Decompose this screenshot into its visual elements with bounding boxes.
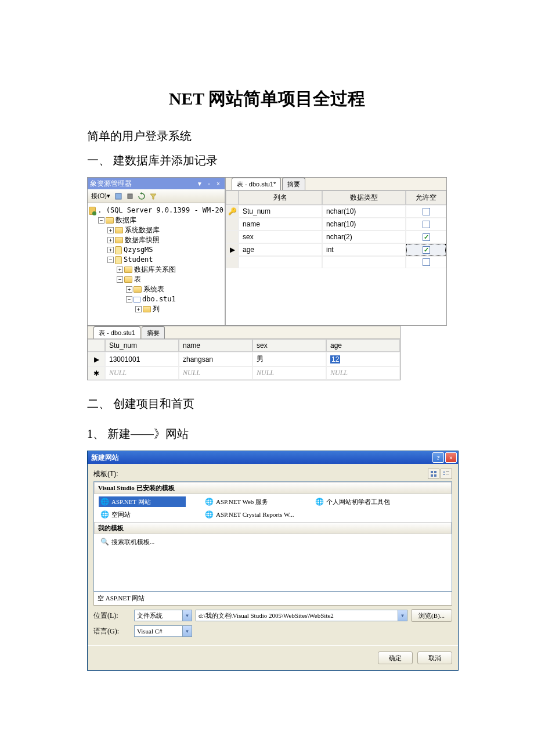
chevron-down-icon[interactable]: ▼: [398, 610, 407, 621]
tab-summary[interactable]: 摘要: [282, 178, 305, 190]
data-cell[interactable]: NULL: [105, 366, 179, 380]
dialog-title: 新建网站: [91, 453, 431, 463]
location-type-combo[interactable]: 文件系统 ▼: [134, 610, 192, 621]
null-checkbox[interactable]: [423, 258, 430, 266]
cancel-button[interactable]: 取消: [417, 651, 452, 664]
template-search-online[interactable]: 🔍 搜索联机模板...: [99, 537, 156, 547]
svg-rect-1: [128, 194, 132, 199]
folder-icon: [143, 306, 151, 312]
designer-grid[interactable]: 列名 数据类型 允许空 🔑 Stu_num nchar(10) name nch…: [226, 190, 446, 268]
col-name-cell[interactable]: [239, 256, 322, 268]
null-checkbox[interactable]: [423, 246, 430, 254]
data-tabs: 表 - dbo.stu1 摘要: [88, 326, 400, 339]
templates-listbox[interactable]: Visual Studio 已安装的模板 🌐 ASP.NET 网站 🌐 ASP.…: [93, 481, 452, 592]
sql-explorer-screenshot: 象资源管理器 ▼ ▫ × 接(O)▾: [87, 177, 447, 326]
page-title: NET 网站简单项目全过程: [87, 87, 447, 111]
svg-rect-7: [446, 471, 449, 472]
tree-sysdb-node[interactable]: + 系统数据库: [89, 225, 223, 235]
col-header-null: 允许空: [406, 190, 446, 205]
col-name-cell[interactable]: name: [239, 218, 322, 231]
ok-button[interactable]: 确定: [378, 651, 413, 664]
data-cell[interactable]: NULL: [326, 366, 400, 380]
connect-button[interactable]: 接(O)▾: [90, 192, 111, 200]
refresh-icon[interactable]: [137, 192, 146, 201]
tree-tables-node[interactable]: − 表: [89, 275, 223, 285]
close-icon[interactable]: ×: [214, 179, 222, 188]
svg-rect-2: [431, 471, 433, 473]
tree-qzysg-node[interactable]: + QzysgMS: [89, 245, 223, 255]
col-name-cell[interactable]: age: [239, 243, 322, 256]
large-icons-button[interactable]: [428, 469, 439, 479]
globe-icon: 🌐: [315, 497, 324, 506]
chevron-down-icon[interactable]: ▼: [182, 610, 192, 621]
null-checkbox[interactable]: [423, 208, 430, 215]
tab-summary[interactable]: 摘要: [142, 326, 165, 339]
row-selector-icon: ▶: [94, 355, 99, 363]
data-cell[interactable]: 男: [252, 352, 326, 366]
tree-stu1-node[interactable]: − dbo.stu1: [89, 294, 223, 304]
help-button[interactable]: ?: [432, 452, 444, 463]
col-type-cell[interactable]: [322, 256, 406, 268]
language-combo[interactable]: Visual C# ▼: [134, 625, 192, 637]
svg-rect-8: [443, 474, 445, 475]
data-grid[interactable]: Stu_num name sex age ▶ 13001001 zhangsan…: [88, 339, 400, 380]
data-cell[interactable]: NULL: [179, 366, 252, 380]
tree-server-node[interactable]: . (SQL Server 9.0.1399 - WM-20: [89, 206, 223, 215]
folder-icon: [115, 237, 123, 243]
primary-key-icon: 🔑: [228, 207, 237, 215]
window-position-icon[interactable]: ▼: [196, 179, 204, 188]
globe-gear-icon: 🌐: [204, 497, 214, 506]
browse-button[interactable]: 浏览(B)...: [411, 609, 452, 622]
data-cell[interactable]: 13001001: [105, 352, 179, 366]
globe-icon: 🌐: [100, 510, 109, 519]
col-name-cell[interactable]: Stu_num: [239, 205, 322, 218]
col-name-cell[interactable]: sex: [239, 231, 322, 243]
col-type-cell[interactable]: nchar(10): [322, 218, 406, 231]
tree-snapshot-node[interactable]: + 数据库快照: [89, 235, 223, 245]
tree-student-node[interactable]: − Student: [89, 255, 223, 265]
template-web-service[interactable]: 🌐 ASP.NET Web 服务: [203, 496, 296, 507]
search-icon: 🔍: [100, 537, 109, 546]
location-path-combo[interactable]: d:\我的文档\Visual Studio 2005\WebSites\WebS…: [196, 610, 407, 621]
refresh-server-icon[interactable]: [114, 192, 123, 201]
template-crystal[interactable]: 🌐 ASP.NET Crystal Reports W...: [203, 509, 295, 520]
subtitle: 简单的用户登录系统: [87, 128, 447, 144]
close-button[interactable]: ×: [445, 452, 457, 463]
col-type-cell[interactable]: nchar(2): [322, 231, 406, 243]
tab-table-stu1-data[interactable]: 表 - dbo.stu1: [93, 326, 140, 339]
svg-rect-4: [431, 474, 433, 477]
filter-icon[interactable]: [149, 192, 158, 201]
template-starter-kit[interactable]: 🌐 个人网站初学者工具包: [313, 496, 391, 507]
data-cell[interactable]: zhangsan: [179, 352, 252, 366]
svg-rect-6: [443, 471, 445, 473]
server-icon: [89, 207, 96, 215]
my-templates-header: 我的模板: [94, 522, 452, 534]
tree-diagram-node[interactable]: + 数据库关系图: [89, 265, 223, 275]
folder-icon: [124, 267, 132, 273]
tree-view[interactable]: . (SQL Server 9.0.1399 - WM-20 − 数据库 + 系…: [88, 203, 225, 325]
stop-icon[interactable]: [125, 192, 135, 201]
object-explorer-panel: 象资源管理器 ▼ ▫ × 接(O)▾: [88, 178, 226, 325]
chevron-down-icon[interactable]: ▼: [182, 626, 192, 636]
tree-systables-node[interactable]: + 系统表: [89, 285, 223, 294]
folder-icon: [124, 276, 132, 283]
template-asp-net[interactable]: 🌐 ASP.NET 网站: [99, 496, 186, 507]
data-cell[interactable]: 12: [326, 352, 400, 366]
templates-label: 模板(T):: [93, 469, 118, 479]
null-checkbox[interactable]: [423, 221, 430, 228]
pin-icon[interactable]: ▫: [205, 179, 213, 188]
template-empty[interactable]: 🌐 空网站: [99, 509, 186, 520]
data-header: Stu_num: [105, 339, 179, 352]
col-type-cell[interactable]: int: [322, 243, 406, 256]
col-header-name: 列名: [239, 190, 322, 205]
null-checkbox[interactable]: [423, 233, 430, 241]
data-cell[interactable]: NULL: [252, 366, 326, 380]
small-icons-button[interactable]: [441, 469, 452, 479]
section-1-heading: 一、 建数据库并添加记录: [87, 153, 447, 168]
tree-columns-node[interactable]: + 列: [89, 304, 223, 314]
col-header-type: 数据类型: [322, 190, 406, 205]
tree-databases-node[interactable]: − 数据库: [89, 215, 223, 225]
svg-rect-3: [434, 471, 436, 473]
tab-table-stu1[interactable]: 表 - dbo.stu1*: [232, 178, 281, 190]
col-type-cell[interactable]: nchar(10): [322, 205, 406, 218]
